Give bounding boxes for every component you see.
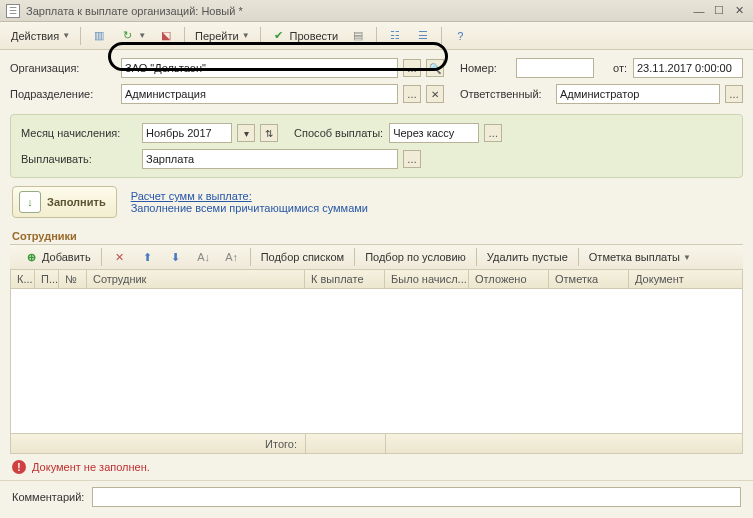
month-spinner-icon[interactable]: ⇅: [260, 124, 278, 142]
org-ellipsis-icon[interactable]: …: [403, 59, 421, 77]
pick-list-button[interactable]: Подбор списком: [256, 248, 350, 266]
document-icon: ☰: [6, 4, 20, 18]
save-icon[interactable]: ▥: [86, 25, 112, 47]
move-down-icon[interactable]: ⬇: [163, 246, 189, 268]
col-k[interactable]: К...: [11, 270, 35, 288]
grid-toolbar: ⊕Добавить ✕ ⬆ ⬇ A↓ A↑ Подбор списком Под…: [10, 244, 743, 270]
col-employee[interactable]: Сотрудник: [87, 270, 305, 288]
resp-ellipsis-icon[interactable]: …: [725, 85, 743, 103]
comment-input[interactable]: [92, 487, 741, 507]
maximize-button[interactable]: ☐: [711, 3, 727, 19]
help-icon[interactable]: ?: [447, 25, 473, 47]
pick-cond-button[interactable]: Подбор по условию: [360, 248, 471, 266]
comment-label: Комментарий:: [12, 491, 84, 503]
sort-desc-icon[interactable]: A↑: [219, 246, 245, 268]
fill-row: ↓ Заполнить Расчет сумм к выплате: Запол…: [0, 186, 753, 226]
method-label: Способ выплаты:: [294, 127, 383, 139]
window-title: Зарплата к выплате организаций: Новый *: [26, 5, 687, 17]
month-label: Месяц начисления:: [21, 127, 136, 139]
comment-row: Комментарий:: [0, 480, 753, 513]
number-input[interactable]: [516, 58, 594, 78]
grid-header: К... П... № Сотрудник К выплате Было нач…: [10, 270, 743, 289]
params-panel: Месяц начисления: Ноябрь 2017 ▾ ⇅ Способ…: [10, 114, 743, 178]
pay-ellipsis-icon[interactable]: …: [403, 150, 421, 168]
col-deferred[interactable]: Отложено: [469, 270, 549, 288]
col-accrued[interactable]: Было начисл...: [385, 270, 469, 288]
totals-rest: [385, 434, 742, 453]
totals-row: Итого:: [10, 434, 743, 454]
error-icon: !: [12, 460, 26, 474]
calc-sums-link[interactable]: Расчет сумм к выплате:: [131, 190, 368, 202]
sort-asc-icon[interactable]: A↓: [191, 246, 217, 268]
error-text: Документ не заполнен.: [32, 461, 150, 473]
list-icon[interactable]: ☰: [410, 25, 436, 47]
move-up-icon[interactable]: ⬆: [135, 246, 161, 268]
post-button[interactable]: ✔Провести: [266, 25, 344, 47]
dept-input[interactable]: Администрация: [121, 84, 398, 104]
delete-icon[interactable]: ✕: [107, 246, 133, 268]
grid-body[interactable]: [10, 289, 743, 434]
col-num[interactable]: №: [59, 270, 87, 288]
resp-label: Ответственный:: [460, 88, 550, 100]
minimize-button[interactable]: —: [691, 3, 707, 19]
pay-input[interactable]: Зарплата: [142, 149, 398, 169]
pay-label: Выплачивать:: [21, 153, 136, 165]
section-title: Сотрудники: [0, 226, 753, 244]
dept-label: Подразделение:: [10, 88, 115, 100]
add-button[interactable]: ⊕Добавить: [18, 246, 96, 268]
fill-button[interactable]: ↓ Заполнить: [12, 186, 117, 218]
totals-label: Итого:: [11, 438, 305, 450]
refresh-icon[interactable]: ↻▼: [114, 25, 151, 47]
report-icon[interactable]: ▤: [345, 25, 371, 47]
method-ellipsis-icon[interactable]: …: [484, 124, 502, 142]
col-p[interactable]: П...: [35, 270, 59, 288]
main-toolbar: Действия▼ ▥ ↻▼ ⬕ Перейти▼ ✔Провести ▤ ☷ …: [0, 22, 753, 50]
number-label: Номер:: [460, 62, 510, 74]
header-form: Организация: ЗАО "Дельтаон" … 🔍 Номер: о…: [0, 50, 753, 114]
col-topay[interactable]: К выплате: [305, 270, 385, 288]
date-input[interactable]: 23.11.2017 0:00:00: [633, 58, 743, 78]
col-doc[interactable]: Документ: [629, 270, 742, 288]
titlebar: ☰ Зарплата к выплате организаций: Новый …: [0, 0, 753, 22]
dept-clear-icon[interactable]: ✕: [426, 85, 444, 103]
month-input[interactable]: Ноябрь 2017: [142, 123, 232, 143]
org-label: Организация:: [10, 62, 115, 74]
method-input[interactable]: Через кассу: [389, 123, 479, 143]
month-dropdown-icon[interactable]: ▾: [237, 124, 255, 142]
fill-icon: ↓: [19, 191, 41, 213]
fill-all-link[interactable]: Заполнение всеми причитающимися суммами: [131, 202, 368, 214]
resp-input[interactable]: Администратор: [556, 84, 720, 104]
close-button[interactable]: ✕: [731, 3, 747, 19]
dept-ellipsis-icon[interactable]: …: [403, 85, 421, 103]
del-empty-button[interactable]: Удалить пустые: [482, 248, 573, 266]
org-search-icon[interactable]: 🔍: [426, 59, 444, 77]
org-input[interactable]: ЗАО "Дельтаон": [121, 58, 398, 78]
form-icon[interactable]: ☷: [382, 25, 408, 47]
from-label: от:: [613, 62, 627, 74]
goto-menu[interactable]: Перейти▼: [190, 27, 255, 45]
mark-pay-menu[interactable]: Отметка выплаты▼: [584, 248, 696, 266]
mark-icon[interactable]: ⬕: [153, 25, 179, 47]
col-mark[interactable]: Отметка: [549, 270, 629, 288]
error-row: ! Документ не заполнен.: [0, 454, 753, 480]
actions-menu[interactable]: Действия▼: [6, 27, 75, 45]
totals-topay: [305, 434, 385, 453]
